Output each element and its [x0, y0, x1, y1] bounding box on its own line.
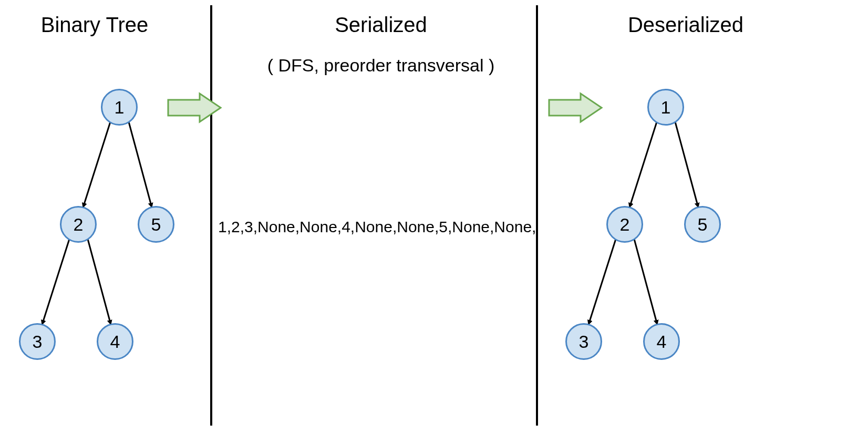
title-deserialized: Deserialized: [554, 13, 817, 37]
arrow-serialize-icon: [166, 92, 223, 123]
left-node-2: 2: [60, 206, 97, 243]
left-node-3: 3: [19, 323, 56, 360]
subtitle-serialized: ( DFS, preorder transversal ): [250, 55, 512, 76]
left-node-5: 5: [138, 206, 174, 243]
svg-line-8: [588, 239, 616, 325]
title-binary-tree: Binary Tree: [0, 13, 200, 37]
svg-line-9: [634, 239, 657, 325]
svg-marker-1: [549, 94, 602, 122]
right-node-3: 3: [565, 323, 602, 360]
right-node-1: 1: [647, 89, 684, 126]
svg-line-5: [88, 239, 111, 325]
left-node-1: 1: [101, 89, 138, 126]
svg-marker-0: [168, 94, 221, 122]
right-node-4: 4: [643, 323, 680, 360]
divider-right: [536, 5, 538, 426]
svg-line-7: [675, 122, 698, 208]
serialized-string: 1,2,3,None,None,4,None,None,5,None,None,: [218, 218, 536, 236]
svg-line-3: [129, 122, 152, 208]
divider-left: [210, 5, 212, 426]
right-node-2: 2: [606, 206, 643, 243]
svg-line-2: [83, 122, 110, 208]
arrow-deserialize-icon: [546, 92, 604, 123]
svg-line-6: [629, 122, 657, 208]
right-node-5: 5: [684, 206, 721, 243]
svg-line-4: [42, 239, 69, 325]
title-serialized: Serialized: [250, 13, 512, 37]
left-node-4: 4: [97, 323, 133, 360]
